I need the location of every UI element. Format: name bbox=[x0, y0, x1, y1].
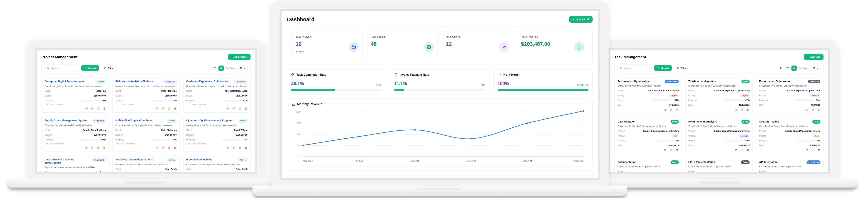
view-icon[interactable] bbox=[806, 108, 808, 111]
search-button[interactable]: Search bbox=[81, 65, 99, 71]
lock-icon[interactable] bbox=[97, 107, 100, 110]
project-title-link[interactable]: AI-Powered Analytics Platform bbox=[115, 79, 153, 83]
lock-icon[interactable] bbox=[97, 146, 100, 149]
project-title-link[interactable]: Enterprise Digital Transformation bbox=[44, 79, 86, 83]
search-box[interactable] bbox=[44, 65, 79, 71]
edit-icon[interactable] bbox=[91, 146, 94, 149]
view-icon[interactable] bbox=[664, 149, 666, 152]
delete-icon[interactable] bbox=[103, 146, 106, 149]
view-icon[interactable] bbox=[735, 149, 738, 152]
project-cards-grid: Enterprise Digital Transformation Active… bbox=[41, 77, 250, 172]
kanban-view-button[interactable] bbox=[779, 66, 784, 71]
grid-view-button[interactable] bbox=[218, 66, 224, 71]
search-input[interactable] bbox=[51, 67, 77, 69]
list-view-button[interactable] bbox=[212, 66, 217, 71]
project-title-link[interactable]: Supply Chain Management System bbox=[44, 119, 87, 122]
view-icon[interactable] bbox=[156, 146, 158, 149]
view-icon[interactable] bbox=[735, 108, 738, 111]
task-completion-rate-card: Task Completion Rate 48.1% 25/52 bbox=[287, 69, 386, 95]
view-icon[interactable] bbox=[85, 107, 88, 110]
view-icon[interactable] bbox=[664, 108, 666, 111]
edit-icon[interactable] bbox=[670, 108, 673, 111]
lock-icon[interactable] bbox=[168, 146, 170, 149]
invoice-icon bbox=[394, 73, 398, 76]
delete-icon[interactable] bbox=[747, 149, 750, 152]
delete-icon[interactable] bbox=[245, 107, 247, 110]
client-label: Client: bbox=[186, 129, 192, 131]
project-title-link[interactable]: Workflow Automation Platform bbox=[115, 158, 153, 161]
list-view-button[interactable] bbox=[785, 66, 790, 71]
lock-icon[interactable] bbox=[239, 107, 242, 110]
filters-button[interactable]: Filters bbox=[674, 65, 690, 71]
delete-icon[interactable] bbox=[103, 107, 106, 110]
delete-icon[interactable] bbox=[676, 108, 679, 111]
task-title: Performance Optimization bbox=[618, 79, 650, 83]
delete-icon[interactable] bbox=[817, 149, 820, 152]
project-description: Advanced security infrastructure and thr… bbox=[186, 124, 247, 127]
search-icon bbox=[620, 67, 622, 70]
search-input[interactable] bbox=[624, 67, 650, 69]
edit-icon[interactable] bbox=[232, 107, 236, 110]
lock-icon[interactable] bbox=[168, 107, 170, 110]
edit-icon[interactable] bbox=[162, 107, 164, 110]
project-title-link[interactable]: Mobile-First Application Suite bbox=[115, 119, 152, 122]
due-value: 10/2/2025 bbox=[669, 104, 679, 106]
svg-text:2000: 2000 bbox=[296, 111, 301, 113]
edit-icon[interactable] bbox=[741, 108, 744, 111]
priority-badge: High bbox=[671, 134, 679, 138]
monthly-revenue-card: Monthly Revenue 0500100015002000May 2025… bbox=[287, 99, 593, 166]
laptop-right-notch bbox=[698, 179, 740, 183]
delete-icon[interactable] bbox=[174, 107, 177, 110]
view-icon[interactable] bbox=[226, 107, 229, 110]
edit-icon[interactable] bbox=[811, 149, 814, 152]
due-label: Due: bbox=[759, 144, 764, 147]
edit-icon[interactable] bbox=[741, 149, 744, 152]
view-icon[interactable] bbox=[85, 146, 88, 149]
project-title-link[interactable]: Customer Experience Optimization bbox=[186, 79, 229, 83]
per-page-select[interactable]: 10 bbox=[238, 66, 247, 71]
edit-icon[interactable] bbox=[811, 108, 814, 111]
quick-add-button[interactable]: + Quick Add bbox=[569, 16, 593, 23]
priority-label: Priority: bbox=[618, 94, 625, 97]
task-title: Third-party Integration bbox=[688, 79, 716, 83]
edit-icon[interactable] bbox=[670, 149, 673, 152]
task-card: API Integration In Progress Critical tas… bbox=[756, 158, 824, 172]
task-title: UI/UX Implementation bbox=[688, 160, 715, 164]
lock-icon[interactable] bbox=[239, 146, 242, 149]
view-icon[interactable] bbox=[226, 146, 229, 149]
edit-icon[interactable] bbox=[162, 146, 164, 149]
progress-bar bbox=[151, 100, 171, 101]
status-badge: Done bbox=[741, 79, 750, 83]
edit-icon[interactable] bbox=[232, 146, 236, 149]
budget-value: $750,000.00 bbox=[94, 134, 106, 136]
delete-icon[interactable] bbox=[817, 108, 820, 111]
project-title-link[interactable]: Cybersecurity Enhancement Program bbox=[186, 119, 232, 122]
per-page-select[interactable]: 10 bbox=[810, 66, 820, 71]
add-task-button[interactable]: + Add Task bbox=[804, 54, 824, 60]
progress-percent: 0% bbox=[676, 139, 679, 142]
search-button[interactable]: Search bbox=[654, 65, 672, 71]
filters-button[interactable]: Filters bbox=[101, 65, 117, 71]
search-box[interactable] bbox=[618, 65, 652, 71]
budget-label: Budget: bbox=[115, 134, 123, 136]
delete-icon[interactable] bbox=[676, 149, 679, 152]
delete-icon[interactable] bbox=[747, 108, 750, 111]
rate-value: 48.1% bbox=[291, 81, 304, 86]
delete-icon[interactable] bbox=[174, 146, 177, 149]
clients-icon bbox=[499, 42, 509, 52]
priority-badge: Urgent bbox=[740, 94, 750, 97]
priority-label: Priority: bbox=[759, 135, 767, 137]
budget-value: $580,000.00 bbox=[236, 95, 247, 97]
view-icon[interactable] bbox=[806, 149, 808, 152]
project-title-link[interactable]: E-commerce Website bbox=[186, 158, 212, 161]
delete-icon[interactable] bbox=[245, 146, 247, 149]
add-project-button[interactable]: + Add Project bbox=[228, 54, 250, 60]
project-value: Workflow Automation Platform bbox=[648, 89, 679, 92]
edit-icon[interactable] bbox=[91, 107, 94, 110]
grid-view-button[interactable] bbox=[792, 66, 797, 71]
client-label: Client: bbox=[115, 90, 121, 92]
tasks-completed-text: 2 of 3 tasks completed bbox=[186, 103, 247, 106]
budget-label: Budget: bbox=[44, 95, 52, 97]
view-icon[interactable] bbox=[156, 107, 158, 110]
project-title-link[interactable]: Data Lake and Analytics Infrastructure bbox=[44, 158, 90, 165]
